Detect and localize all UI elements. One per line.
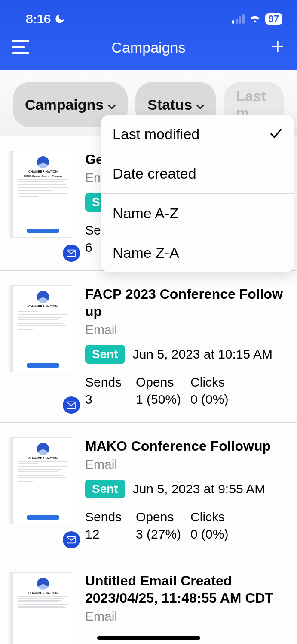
moon-icon: [54, 13, 65, 25]
email-icon: [63, 531, 80, 548]
status-badge: Sent: [85, 480, 125, 498]
campaign-thumbnail: CHAMBER NATION: [13, 572, 73, 644]
metric-sends-label: Sends: [85, 510, 126, 524]
app-header: 8:16 97 Campaigns: [0, 0, 297, 70]
home-indicator[interactable]: [97, 636, 200, 640]
sort-option-label: Name Z-A: [113, 245, 179, 261]
menu-icon[interactable]: [12, 40, 29, 55]
metric-clicks-value: 0 (0%): [190, 527, 232, 542]
battery-level: 97: [265, 13, 282, 25]
status-bar: 8:16 97: [0, 9, 297, 28]
sort-option-label: Last modified: [113, 126, 199, 142]
campaign-card[interactable]: CHAMBER NATION Untitled Email Created 20…: [0, 557, 297, 644]
chevron-down-icon: [108, 97, 116, 114]
campaign-timestamp: Jun 5, 2023 at 10:15 AM: [133, 347, 273, 362]
email-icon: [63, 245, 80, 262]
thumb-subject: GHCC System Launch Process: [24, 175, 62, 177]
sort-option-label: Date created: [113, 165, 196, 182]
metric-sends-value: 3: [85, 392, 126, 407]
metric-opens-label: Opens: [136, 510, 181, 524]
metric-opens-value: 3 (27%): [136, 527, 181, 542]
campaign-thumbnail: CHAMBER NATION: [13, 437, 73, 542]
check-icon: [269, 126, 282, 142]
sort-option-name-za[interactable]: Name Z-A: [101, 233, 294, 272]
campaign-card[interactable]: CHAMBER NATION MAKO Conference Followup …: [0, 423, 297, 557]
metric-sends-label: Sends: [85, 375, 126, 390]
campaign-type: Email: [85, 322, 288, 337]
campaign-thumbnail: CHAMBER NATION GHCC System Launch Proces…: [13, 151, 73, 255]
sort-option-label: Name A-Z: [113, 205, 178, 222]
thumb-brand: CHAMBER NATION: [28, 305, 58, 308]
page-title: Campaigns: [0, 39, 297, 56]
campaign-card[interactable]: CHAMBER NATION FACP 2023 Conference Foll…: [0, 271, 297, 423]
cellular-signal-icon: [232, 14, 245, 24]
campaign-type: Email: [85, 457, 288, 472]
status-time: 8:16: [26, 12, 51, 26]
metric-clicks-value: 0 (0%): [190, 392, 232, 407]
campaign-timestamp: Jun 5, 2023 at 9:55 AM: [133, 482, 266, 496]
status-badge: Sent: [85, 345, 125, 364]
metric-clicks-label: Clicks: [190, 375, 232, 390]
sort-option-last-modified[interactable]: Last modified: [101, 115, 294, 154]
sort-option-date-created[interactable]: Date created: [101, 154, 294, 193]
sort-option-name-az[interactable]: Name A-Z: [101, 193, 294, 233]
campaign-title: MAKO Conference Followup: [85, 437, 288, 455]
metric-sends-value: 12: [85, 527, 126, 542]
filter-status-label: Status: [147, 96, 192, 113]
add-campaign-button[interactable]: [270, 39, 285, 56]
chevron-down-icon: [196, 97, 204, 114]
nav-bar: Campaigns: [0, 28, 297, 70]
thumb-brand: CHAMBER NATION: [28, 457, 58, 460]
campaign-title: FACP 2023 Conference Follow up: [85, 285, 288, 320]
metric-opens-label: Opens: [136, 375, 181, 390]
metric-opens-value: 1 (50%): [136, 392, 181, 407]
thumb-brand: CHAMBER NATION: [28, 591, 58, 594]
campaign-thumbnail: CHAMBER NATION: [13, 285, 73, 407]
campaign-title: Untitled Email Created 2023/04/25, 11:48…: [85, 572, 288, 607]
campaign-type: Email: [85, 609, 288, 624]
wifi-icon: [249, 13, 261, 25]
thumb-brand: CHAMBER NATION: [28, 170, 58, 173]
filter-campaigns-label: Campaigns: [25, 96, 104, 113]
sort-menu: Last modified Date created Name A-Z Name…: [101, 115, 294, 272]
metric-clicks-label: Clicks: [190, 510, 232, 524]
email-icon: [63, 396, 80, 414]
